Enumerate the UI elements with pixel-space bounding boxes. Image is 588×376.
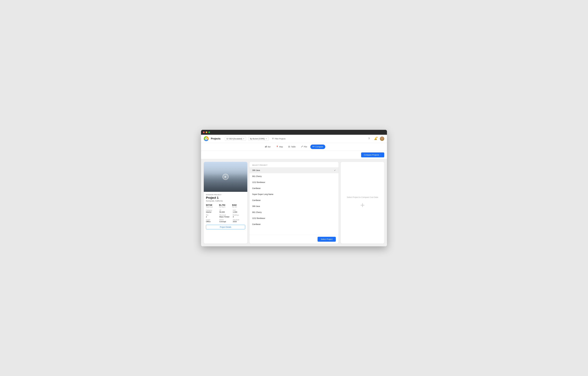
tier-label: Tier [206,214,218,216]
plot-icon [301,146,303,148]
total-cost-label: Total Cost [206,206,219,208]
tab-plot-label: Plot [304,146,307,148]
tab-compare[interactable]: Compare [310,144,325,149]
project-list-item[interactable]: Super Duper Long Name [250,191,338,197]
project-list-item[interactable]: Carribean [250,221,338,227]
structural-label: Structural [220,214,232,216]
category-value: Interior [206,211,218,213]
project-list-item[interactable]: 901 Cherry [250,173,338,179]
sf-label: SF [220,209,232,211]
project-list-item[interactable]: Carribean [250,185,338,191]
notification-button[interactable]: 🔔 [373,136,378,141]
project-list-item[interactable]: 399 Java [250,203,338,209]
compare-projects-label: Compare Projects → [364,154,381,156]
chevron-down-icon: ▼ [243,138,244,140]
tab-bar[interactable]: Bar [263,144,273,149]
project-details-label: Project Details [220,226,231,228]
phase-label: Phase [220,219,232,221]
phase-value: Concept [220,221,232,223]
detail-grid: Category Interior SF 50,000 SHC 1,000 Ti… [206,209,245,223]
per-sqft-label: Per Sq.Ft [219,206,232,208]
user-avatar[interactable] [380,136,384,141]
shc-value: 1,000 [233,211,245,213]
buildings-label: Buildings [233,214,245,216]
avatar-face [380,136,384,141]
tab-map[interactable]: 📍 Map [274,144,285,149]
select-project-button[interactable]: Select Project [317,237,336,242]
project-list-item[interactable]: 1212 Bordeaux [250,215,338,221]
project-list-item-name: Super Duper Long Name [252,193,273,195]
maximize-dot[interactable] [208,132,210,133]
filter-label: Filter Projects [275,138,285,140]
gea-dropdown[interactable]: $ / GEA (Escalated) ▼ [225,137,246,141]
minimize-dot[interactable] [206,132,207,133]
filter-button[interactable]: Filter Projects [271,137,286,141]
sf-value: 50,000 [220,211,232,213]
project-name: Project 1 [206,196,245,199]
logo-dot [206,138,207,139]
category-label: Category [206,209,218,211]
bucket-dropdown[interactable]: By Bucket (CORE) ▼ [248,137,269,141]
close-dot[interactable] [203,132,205,133]
project-list-item[interactable]: 901 Cherry [250,209,338,215]
usage-value: Office [206,221,218,223]
tier-value: 2 [206,216,218,218]
year-label: Year Built [233,219,245,221]
app-header: Projects $ / GEA (Escalated) ▼ By Bucket… [201,135,387,143]
project-info: INTERIOR PROJECT Project 1 Sunnyvale, Ca… [204,192,247,232]
project-list-item-name: 1212 Bordeaux [252,181,265,183]
project-type: INTERIOR PROJECT [206,194,245,196]
project-list-item-name: 901 Cherry [252,211,262,213]
svg-rect-3 [265,146,265,147]
metrics-row: $371M Total Cost $1,754 Per Sq.Ft $162 P… [206,204,245,208]
per-hc-metric: $162 Per HC [232,204,245,208]
bucket-dropdown-label: By Bucket (CORE) [250,138,265,140]
filter-icon [272,138,274,140]
compare-bar: Compare Projects → [201,151,387,159]
empty-compare-panel: Select Project to Compare Cost Data [341,162,384,243]
plus-icon [358,201,367,209]
tab-plot[interactable]: Plot [299,144,309,149]
project-card: ▶ INTERIOR PROJECT Project 1 Sunnyvale, … [204,162,247,243]
svg-point-10 [301,147,302,147]
category-detail: Category Interior [206,209,218,213]
sf-detail: SF 50,000 [220,209,232,213]
project-list-item[interactable]: 399 Java✓ [250,167,338,173]
project-list-item-name: 399 Java [252,169,260,171]
map-pin-icon: 📍 [276,146,278,148]
project-list-item-name: 1212 Bordeaux [252,217,265,219]
compare-projects-button[interactable]: Compare Projects → [361,153,384,157]
select-project-panel: SELECT PROJECT 399 Java✓901 Cherry1212 B… [250,162,338,243]
project-details-button[interactable]: Project Details [206,225,245,229]
check-icon: ✓ [334,169,336,171]
svg-point-11 [302,146,302,147]
header-right: ? 🔔 [367,136,384,141]
notification-badge [376,137,378,138]
play-button[interactable]: ▶ [222,174,229,180]
structural-value: Mass Timber [220,216,232,218]
app-title: Projects [211,137,220,140]
compare-icon [313,146,315,148]
tab-table[interactable]: Table [286,144,298,149]
svg-rect-4 [266,146,266,147]
project-list-item[interactable]: 1212 Bordeaux [250,179,338,185]
chevron-down-icon: ▼ [266,138,267,140]
project-list-item[interactable]: Carribean [250,197,338,203]
titlebar [201,130,387,135]
shc-label: SHC [233,209,245,211]
tab-bar-label: Bar [268,146,271,148]
select-panel-header: SELECT PROJECT [250,162,338,167]
usage-detail: Usage Office [206,219,218,223]
tab-table-label: Table [291,146,295,148]
per-sqft-value: $1,754 [219,204,232,206]
tier-detail: Tier 2 [206,214,218,218]
view-tabs-bar: Bar 📍 Map Table [201,143,387,151]
table-icon [288,146,290,148]
select-panel-footer: Select Project [250,235,338,243]
svg-point-12 [302,146,303,146]
help-button[interactable]: ? [367,136,371,141]
tab-compare-label: Compare [315,146,323,148]
svg-rect-5 [266,146,267,147]
select-project-label: Select Project [321,238,333,240]
project-list-item-name: 399 Java [252,205,260,207]
